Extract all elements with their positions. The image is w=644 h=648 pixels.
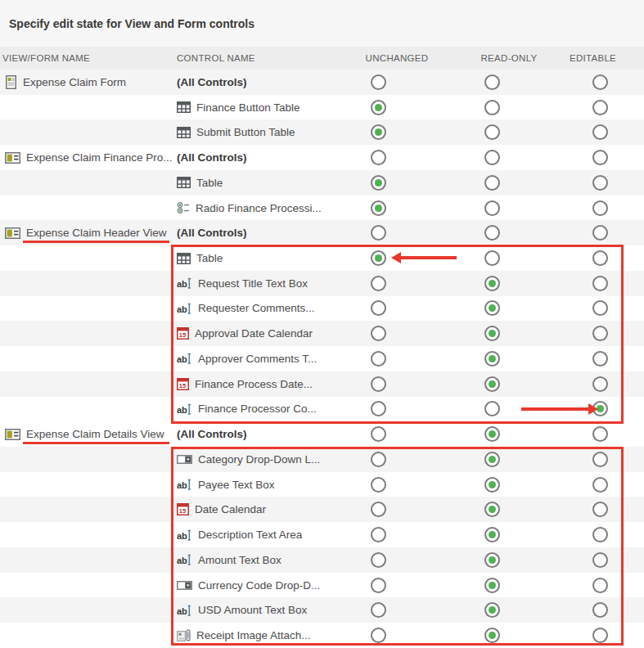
control-name-cell: (All Controls) bbox=[172, 151, 329, 164]
radio-readonly[interactable] bbox=[484, 477, 500, 493]
table-row: Expense Claim Form(All Controls) bbox=[0, 70, 644, 95]
radio-readonly[interactable] bbox=[484, 628, 500, 643]
control-name-cell: (All Controls) bbox=[172, 76, 329, 88]
radio-editable[interactable] bbox=[592, 300, 608, 316]
radio-cell-readonly bbox=[427, 376, 556, 392]
radio-unchanged[interactable] bbox=[371, 225, 386, 241]
radio-editable[interactable] bbox=[592, 250, 608, 266]
radio-editable[interactable] bbox=[592, 602, 608, 618]
radio-cell-unchanged bbox=[329, 300, 427, 316]
radio-unchanged[interactable] bbox=[371, 150, 386, 165]
radio-unchanged[interactable] bbox=[371, 477, 386, 493]
radio-readonly[interactable] bbox=[484, 552, 500, 568]
radio-cell-unchanged bbox=[329, 74, 427, 90]
radio-editable[interactable] bbox=[592, 452, 608, 467]
control-name-cell: abApprover Comments T... bbox=[172, 352, 329, 365]
table-row: Expense Claim Details View(All Controls) bbox=[0, 421, 644, 447]
radio-unchanged[interactable] bbox=[371, 376, 386, 392]
radio-editable[interactable] bbox=[592, 426, 608, 442]
radio-unchanged[interactable] bbox=[371, 426, 386, 442]
radio-unchanged[interactable] bbox=[371, 326, 386, 341]
radio-cell-editable bbox=[556, 351, 644, 367]
radio-unchanged[interactable] bbox=[371, 250, 386, 266]
radio-readonly[interactable] bbox=[484, 326, 500, 341]
radio-cell-editable bbox=[556, 552, 644, 568]
radio-readonly[interactable] bbox=[484, 401, 500, 416]
radio-editable[interactable] bbox=[592, 477, 608, 493]
control-name: Submit Button Table bbox=[196, 126, 295, 138]
radio-unchanged[interactable] bbox=[371, 276, 386, 291]
view-form-name-cell: Expense Claim Header View bbox=[0, 220, 172, 245]
radio-readonly[interactable] bbox=[484, 578, 500, 593]
radio-editable[interactable] bbox=[592, 225, 608, 241]
svg-text:ab: ab bbox=[177, 304, 187, 313]
control-name: Request Title Text Box bbox=[198, 277, 308, 290]
radio-readonly[interactable] bbox=[484, 300, 500, 316]
view-form-name-cell: Expense Claim Finance Pro... bbox=[0, 145, 172, 170]
radio-cell-readonly bbox=[427, 401, 556, 416]
radio-readonly[interactable] bbox=[484, 225, 500, 241]
table-icon bbox=[177, 177, 191, 188]
control-name-cell: Radio Finance Processi... bbox=[172, 201, 329, 214]
radio-unchanged[interactable] bbox=[371, 401, 386, 416]
radio-readonly[interactable] bbox=[484, 200, 500, 216]
radio-editable[interactable] bbox=[592, 628, 608, 643]
radio-readonly[interactable] bbox=[484, 527, 500, 542]
radio-unchanged[interactable] bbox=[371, 602, 386, 618]
control-name: Finance Button Table bbox=[196, 101, 300, 114]
radio-readonly[interactable] bbox=[484, 502, 500, 517]
radio-editable[interactable] bbox=[592, 200, 608, 216]
radio-editable[interactable] bbox=[592, 326, 608, 341]
radio-cell-editable bbox=[556, 124, 644, 140]
radio-editable[interactable] bbox=[592, 100, 608, 115]
svg-text:15: 15 bbox=[179, 382, 186, 389]
radio-unchanged[interactable] bbox=[371, 628, 386, 643]
radio-unchanged[interactable] bbox=[371, 351, 386, 367]
radio-editable[interactable] bbox=[592, 401, 608, 416]
radio-cell-editable bbox=[556, 477, 644, 493]
radio-unchanged[interactable] bbox=[371, 552, 386, 568]
radio-readonly[interactable] bbox=[484, 452, 500, 467]
radio-readonly[interactable] bbox=[484, 250, 500, 266]
radio-editable[interactable] bbox=[592, 552, 608, 568]
radio-editable[interactable] bbox=[592, 276, 608, 291]
control-name-cell: abFinance Processor Co... bbox=[172, 403, 329, 416]
radio-readonly[interactable] bbox=[484, 426, 500, 442]
radio-readonly[interactable] bbox=[484, 276, 500, 291]
table-row: 15Date Calendar bbox=[0, 497, 644, 522]
radio-cell-readonly bbox=[427, 225, 556, 241]
radio-readonly[interactable] bbox=[484, 351, 500, 367]
radio-unchanged[interactable] bbox=[371, 578, 386, 593]
radio-unchanged[interactable] bbox=[371, 527, 386, 542]
radio-readonly[interactable] bbox=[484, 124, 500, 140]
radio-cell-unchanged bbox=[329, 225, 427, 241]
radio-editable[interactable] bbox=[592, 376, 608, 392]
radio-editable[interactable] bbox=[592, 124, 608, 140]
radio-unchanged[interactable] bbox=[371, 124, 386, 140]
radio-unchanged[interactable] bbox=[371, 452, 386, 467]
radio-unchanged[interactable] bbox=[371, 100, 386, 115]
radio-unchanged[interactable] bbox=[371, 175, 386, 191]
radio-readonly[interactable] bbox=[484, 74, 500, 90]
radio-editable[interactable] bbox=[592, 502, 608, 517]
radio-editable[interactable] bbox=[592, 150, 608, 165]
radio-unchanged[interactable] bbox=[371, 200, 386, 216]
radio-editable[interactable] bbox=[592, 351, 608, 367]
radio-readonly[interactable] bbox=[484, 175, 500, 191]
radio-editable[interactable] bbox=[592, 175, 608, 191]
radio-readonly[interactable] bbox=[484, 150, 500, 165]
radio-cell-readonly bbox=[427, 100, 556, 115]
radio-unchanged[interactable] bbox=[371, 300, 386, 316]
textbox-icon: ab bbox=[177, 352, 192, 365]
radio-readonly[interactable] bbox=[484, 376, 500, 392]
radio-editable[interactable] bbox=[592, 527, 608, 542]
radio-cell-readonly bbox=[427, 351, 556, 367]
calendar-icon: 15 bbox=[177, 327, 189, 340]
radio-unchanged[interactable] bbox=[371, 74, 386, 90]
radio-unchanged[interactable] bbox=[371, 502, 386, 517]
radio-editable[interactable] bbox=[592, 74, 608, 90]
radio-readonly[interactable] bbox=[484, 602, 500, 618]
radio-readonly[interactable] bbox=[484, 100, 500, 115]
textbox-icon: ab bbox=[177, 277, 192, 290]
radio-editable[interactable] bbox=[592, 578, 608, 593]
